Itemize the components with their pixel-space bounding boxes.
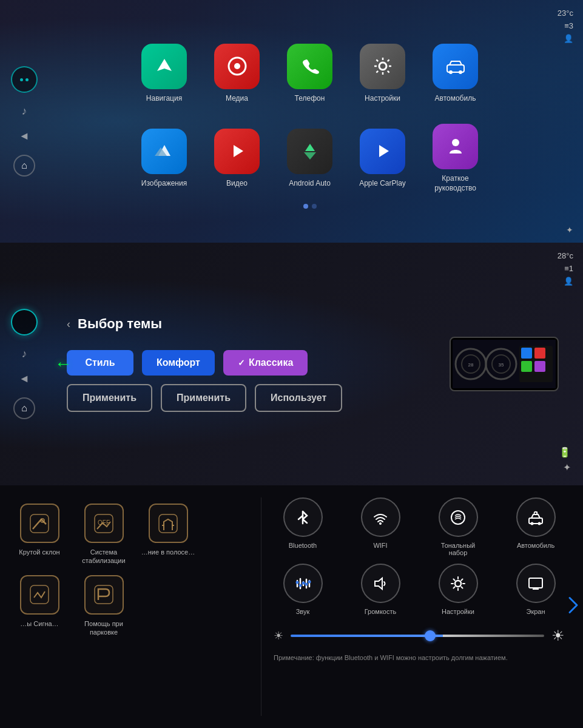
tone-quick-label: Тональный набор [441,542,475,556]
svg-point-2 [379,62,386,70]
svg-point-1 [234,63,240,69]
svg-point-5 [459,70,462,74]
theme-classic-button[interactable]: ✓ Классика [223,350,308,376]
back-button[interactable]: ‹ [67,318,70,331]
app-settings[interactable]: Настройки [349,34,416,113]
quick-screen[interactable]: Экран [500,564,571,615]
panel1-status-bar: 23°c ≡3 👤 [558,7,573,45]
menu-button[interactable] [11,66,38,93]
p3-stability[interactable]: OFF Система стабилизации [76,504,131,565]
page-dot-2[interactable] [312,204,317,209]
apps-grid: Навигация Медиа Телефон [131,34,489,198]
settings-quick-label: Настройки [442,608,474,615]
navigation-icon[interactable]: ◄ [19,130,30,143]
app-automobile[interactable]: Автомобиль [422,34,489,113]
quick-bluetooth[interactable]: Bluetooth [268,497,338,556]
media-app-icon [214,44,260,89]
svg-point-45 [308,580,311,583]
stability-label: Система стабилизации [82,548,125,565]
p3-parking[interactable]: Помощь при парковке [76,575,131,637]
signal-label: …ы Сигна… [20,619,58,628]
svg-point-43 [302,581,305,584]
settings-quick-icon [439,564,478,603]
brightness-control: ☀ ☀ [268,627,571,644]
quick-volume[interactable]: Громкость [345,564,416,615]
screen-quick-icon [516,564,556,603]
auto-app-label: Автомобиль [435,94,476,104]
app-phone[interactable]: Телефон [277,34,343,113]
home-icon[interactable]: ⌂ [13,155,35,177]
p2-nav-icon[interactable]: ◄ [19,372,30,385]
p2-bluetooth-icon: ✦ [563,462,571,473]
svg-point-42 [299,584,302,587]
quick-tone[interactable]: Тональный набор [423,497,493,556]
nav-app-icon [141,44,187,89]
preview-display: 28 35 [450,337,559,391]
svg-rect-27 [159,514,177,533]
panel3-left-section: Крутой склон OFF Система стабилизации [0,485,261,728]
p3-steep-slope[interactable]: Крутой склон [12,504,67,556]
p3-signal[interactable]: …ы Сигна… [12,575,67,628]
settings-app-icon [360,44,405,89]
svg-point-34 [538,522,541,525]
p2-temperature: 28°c [558,250,573,263]
quick-sound[interactable]: Звук [268,564,338,615]
media-app-label: Медиа [226,94,248,104]
stability-icon: OFF [84,504,124,543]
quick-wifi[interactable]: WIFI [345,497,416,556]
quick-car[interactable]: Автомобиль [500,497,571,556]
p3-left-row2: …ы Сигна… Помощь при парковке [12,575,249,637]
bluetooth-status: ✦ [566,224,573,235]
steep-slope-label: Крутой склон [19,548,59,556]
settings-app-label: Настройки [365,94,400,104]
brightness-slider[interactable] [291,635,544,637]
theme-preview-screen: 28 35 [450,337,559,391]
sound-quick-label: Звук [296,608,310,615]
svg-marker-9 [379,145,389,157]
app-android-auto[interactable]: Android Auto [277,119,343,198]
wifi-quick-label: WIFI [373,542,387,549]
p2-menu-button[interactable] [11,309,38,335]
temperature-display: 23°c [558,7,573,20]
p2-music-icon[interactable]: ♪ [22,348,27,360]
theme-style-button[interactable]: Стиль [67,350,133,376]
screen-quick-label: Экран [526,608,545,615]
images-app-label: Изображения [141,179,187,189]
phone-app-icon [287,44,332,89]
p3-lane[interactable]: …ние в полосе… [141,504,195,556]
panel2-title: Выбор темы [78,316,162,332]
quick-settings[interactable]: Настройки [423,564,493,615]
app-video[interactable]: Видео [204,119,271,198]
app-navigation[interactable]: Навигация [131,34,198,113]
svg-marker-8 [234,145,243,157]
carplay-app-icon [360,129,405,174]
volume-quick-icon [361,564,400,603]
signal-display: ≡3 [558,20,573,33]
p2-signal: ≡1 [558,263,573,275]
svg-text:28: 28 [468,362,474,368]
bluetooth-note: Примечание: функции Bluetooth и WIFI мож… [268,653,571,663]
svg-rect-29 [95,585,113,604]
app-images[interactable]: Изображения [131,119,198,198]
car-quick-label: Автомобиль [517,542,554,549]
user-icon: 👤 [558,33,573,46]
app-carplay[interactable]: Apple CarPlay [349,119,416,198]
lane-icon [149,504,188,543]
page-dot-1[interactable] [303,204,308,209]
car-quick-icon [516,497,556,537]
volume-quick-label: Громкость [365,608,396,615]
uses-button[interactable]: Использует [255,384,342,412]
panel3-nav-arrow[interactable] [566,593,581,621]
svg-point-41 [296,581,299,584]
app-guide[interactable]: Краткое руководство [422,119,489,198]
music-icon[interactable]: ♪ [22,105,27,118]
apply-comfort-button[interactable]: Применить [161,384,246,412]
panel2-bottom-status: 🔋 ✦ [559,447,571,473]
apply-style-button[interactable]: Применить [67,384,152,412]
app-media[interactable]: Медиа [204,34,271,113]
theme-comfort-button[interactable]: Комфорт [142,350,215,376]
brightness-thumb[interactable] [425,630,436,641]
svg-rect-20 [534,348,545,359]
panel1-home: 23°c ≡3 👤 ♪ ◄ ⌂ Навигация [0,0,583,243]
p2-home-icon[interactable]: ⌂ [13,397,35,419]
